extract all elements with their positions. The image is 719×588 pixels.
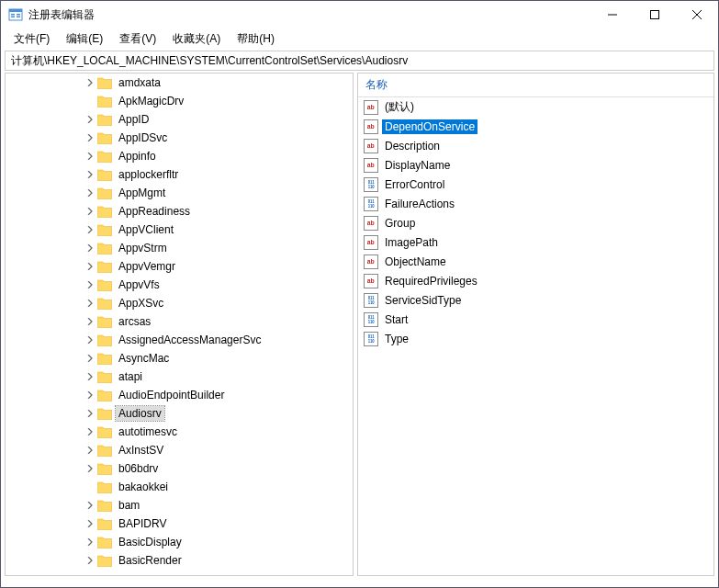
- folder-icon: [97, 261, 112, 273]
- list-item[interactable]: 011 110ServiceSidType: [358, 290, 713, 310]
- folder-icon: [97, 518, 112, 530]
- tree-item[interactable]: AppvVemgr: [6, 257, 353, 276]
- chevron-right-icon[interactable]: [83, 241, 97, 255]
- tree-item[interactable]: amdxata: [6, 74, 353, 92]
- chevron-right-icon[interactable]: [83, 277, 97, 292]
- string-value-icon: ab: [364, 100, 378, 115]
- menu-file[interactable]: 文件(F): [6, 29, 57, 49]
- chevron-right-icon[interactable]: [83, 443, 97, 458]
- chevron-right-icon[interactable]: [83, 406, 97, 421]
- chevron-right-icon[interactable]: [83, 461, 97, 476]
- list-item[interactable]: abObjectName: [358, 252, 713, 271]
- tree-item[interactable]: bakaokkei: [6, 478, 353, 496]
- menu-help[interactable]: 帮助(H): [230, 29, 282, 49]
- tree-item[interactable]: arcsas: [6, 312, 353, 331]
- folder-icon: [97, 224, 112, 236]
- tree-item[interactable]: Appinfo: [6, 147, 353, 165]
- chevron-right-icon[interactable]: [83, 333, 97, 347]
- tree-item[interactable]: AudioEndpointBuilder: [6, 386, 353, 404]
- chevron-right-icon[interactable]: [83, 222, 97, 237]
- tree-item[interactable]: BAPIDRV: [6, 514, 353, 533]
- chevron-right-icon[interactable]: [83, 112, 97, 127]
- list-item[interactable]: 011 110ErrorControl: [358, 175, 713, 194]
- chevron-right-icon[interactable]: [83, 351, 97, 366]
- chevron-right-icon[interactable]: [83, 149, 97, 164]
- tree-item[interactable]: autotimesvc: [6, 423, 353, 441]
- chevron-right-icon[interactable]: [83, 553, 97, 568]
- chevron-right-icon[interactable]: [83, 369, 97, 384]
- tree-item[interactable]: atapi: [6, 368, 353, 386]
- folder-icon: [97, 445, 112, 457]
- folder-icon: [97, 169, 112, 181]
- menu-view[interactable]: 查看(V): [112, 29, 163, 49]
- minimize-button[interactable]: [591, 1, 634, 28]
- list-item[interactable]: 011 110Start: [358, 310, 713, 329]
- tree-item-label: AppVClient: [116, 222, 176, 237]
- chevron-right-icon[interactable]: [83, 498, 97, 513]
- chevron-right-icon[interactable]: [83, 314, 97, 329]
- tree-item[interactable]: Audiosrv: [6, 404, 353, 423]
- menubar: 文件(F) 编辑(E) 查看(V) 收藏夹(A) 帮助(H): [1, 28, 718, 49]
- tree-item[interactable]: applockerfltr: [6, 165, 353, 184]
- tree-item[interactable]: AppXSvc: [6, 294, 353, 312]
- list-item[interactable]: abImagePath: [358, 232, 713, 252]
- tree-item[interactable]: AppVClient: [6, 220, 353, 239]
- tree-item-label: AppIDSvc: [116, 130, 170, 145]
- chevron-right-icon[interactable]: [83, 204, 97, 219]
- chevron-right-icon[interactable]: [83, 516, 97, 531]
- tree-item[interactable]: AssignedAccessManagerSvc: [6, 331, 353, 349]
- tree-item[interactable]: bam: [6, 496, 353, 514]
- tree-item[interactable]: ApkMagicDrv: [6, 92, 353, 110]
- tree-item[interactable]: AxInstSV: [6, 441, 353, 459]
- tree-item[interactable]: AppReadiness: [6, 202, 353, 220]
- tree-item[interactable]: BasicDisplay: [6, 533, 353, 551]
- folder-icon: [97, 537, 112, 548]
- folder-icon: [97, 279, 112, 291]
- list-item[interactable]: 011 110Type: [358, 329, 713, 348]
- close-button[interactable]: [676, 1, 718, 28]
- svg-rect-4: [17, 14, 20, 16]
- chevron-right-icon[interactable]: [83, 186, 97, 200]
- menu-edit[interactable]: 编辑(E): [59, 29, 110, 49]
- tree-item[interactable]: AppvVfs: [6, 276, 353, 294]
- column-header-name[interactable]: 名称: [358, 74, 713, 97]
- svg-rect-3: [11, 17, 15, 18]
- chevron-right-icon[interactable]: [83, 535, 97, 549]
- tree-item[interactable]: AppvStrm: [6, 239, 353, 257]
- tree-item[interactable]: AsyncMac: [6, 349, 353, 368]
- tree-item-label: autotimesvc: [116, 424, 180, 439]
- list-item[interactable]: abDescription: [358, 136, 713, 155]
- list-item[interactable]: abRequiredPrivileges: [358, 271, 713, 290]
- list-item[interactable]: abDependOnService: [358, 117, 713, 136]
- folder-icon: [97, 555, 112, 567]
- binary-value-icon: 011 110: [364, 312, 378, 327]
- string-value-icon: ab: [364, 254, 378, 269]
- tree-item-label: arcsas: [116, 314, 153, 329]
- tree-item[interactable]: AppIDSvc: [6, 129, 353, 147]
- tree-item[interactable]: AppMgmt: [6, 184, 353, 202]
- tree-item[interactable]: BasicRender: [6, 551, 353, 570]
- list-item[interactable]: ab(默认): [358, 97, 713, 117]
- maximize-button[interactable]: [634, 1, 676, 28]
- chevron-right-icon[interactable]: [83, 424, 97, 439]
- chevron-right-icon[interactable]: [83, 75, 97, 90]
- list-item[interactable]: abGroup: [358, 213, 713, 232]
- chevron-right-icon[interactable]: [83, 167, 97, 182]
- tree-item-label: atapi: [116, 369, 145, 384]
- string-value-icon: ab: [364, 158, 378, 173]
- tree-item-label: AssignedAccessManagerSvc: [116, 333, 264, 347]
- chevron-right-icon[interactable]: [83, 130, 97, 145]
- chevron-right-icon[interactable]: [83, 259, 97, 274]
- list-item[interactable]: 011 110FailureActions: [358, 194, 713, 213]
- tree-panel[interactable]: amdxataApkMagicDrvAppIDAppIDSvcAppinfoap…: [5, 73, 354, 576]
- list-item[interactable]: abDisplayName: [358, 155, 713, 175]
- folder-icon: [97, 132, 112, 144]
- menu-favorites[interactable]: 收藏夹(A): [165, 29, 228, 49]
- address-bar[interactable]: 计算机\HKEY_LOCAL_MACHINE\SYSTEM\CurrentCon…: [5, 51, 714, 71]
- tree-item[interactable]: b06bdrv: [6, 459, 353, 478]
- chevron-right-icon[interactable]: [83, 388, 97, 402]
- tree-item[interactable]: AppID: [6, 110, 353, 129]
- list-panel[interactable]: 名称 ab(默认)abDependOnServiceabDescriptiona…: [357, 73, 714, 576]
- titlebar[interactable]: 注册表编辑器: [1, 1, 718, 28]
- chevron-right-icon[interactable]: [83, 296, 97, 311]
